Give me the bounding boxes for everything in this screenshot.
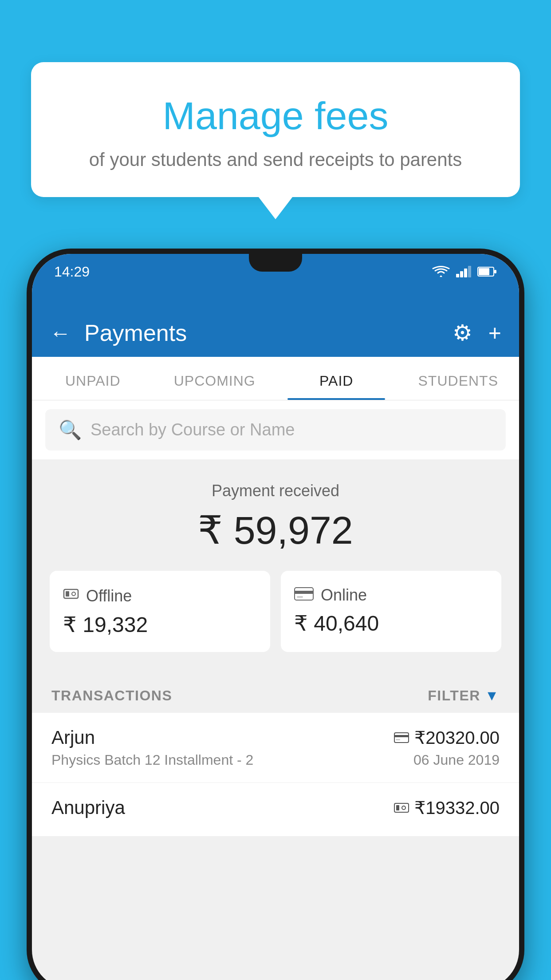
svg-rect-2 (464, 269, 467, 277)
transaction-date: 06 June 2019 (413, 752, 500, 768)
svg-point-9 (72, 592, 75, 596)
search-box[interactable]: 🔍 Search by Course or Name (45, 409, 506, 450)
payment-summary: Payment received ₹ 59,972 (32, 459, 519, 674)
svg-rect-3 (468, 266, 471, 277)
bubble-subtitle: of your students and send receipts to pa… (58, 149, 493, 170)
svg-rect-0 (456, 274, 459, 277)
search-placeholder: Search by Course or Name (91, 420, 295, 439)
transaction-list: Arjun ₹20320.00 Physics Batch 12 Install… (32, 713, 519, 837)
table-row[interactable]: Arjun ₹20320.00 Physics Batch 12 Install… (32, 713, 519, 783)
student-name: Anupriya (51, 797, 125, 818)
svg-rect-11 (295, 591, 313, 594)
transaction-amount: ₹20320.00 (394, 727, 500, 748)
svg-rect-17 (396, 805, 399, 810)
payment-cards: Offline ₹ 19,332 (32, 571, 519, 652)
offline-payment-card: Offline ₹ 19,332 (50, 571, 270, 652)
tab-upcoming[interactable]: UPCOMING (154, 357, 276, 400)
tab-bar: UNPAID UPCOMING PAID STUDENTS (32, 357, 519, 400)
svg-rect-15 (396, 739, 400, 740)
offline-icon (63, 586, 79, 606)
course-info: Physics Batch 12 Installment - 2 (51, 752, 253, 768)
wifi-icon (432, 265, 450, 278)
payment-type-icon (394, 802, 409, 814)
app-header: ← Payments ⚙ + (32, 289, 519, 357)
search-container: 🔍 Search by Course or Name (32, 400, 519, 459)
header-actions: ⚙ + (453, 320, 501, 346)
transaction-amount: ₹19332.00 (394, 798, 500, 818)
table-row[interactable]: Anupriya ₹19332.00 (32, 783, 519, 837)
filter-icon: ▼ (485, 688, 500, 704)
student-name: Arjun (51, 727, 95, 748)
speech-bubble: Manage fees of your students and send re… (31, 62, 520, 197)
svg-rect-1 (460, 271, 463, 277)
settings-button[interactable]: ⚙ (453, 320, 472, 346)
phone-frame: 14:29 (27, 249, 524, 980)
svg-point-18 (402, 806, 405, 810)
phone-notch (249, 254, 302, 272)
transactions-header: TRANSACTIONS FILTER ▼ (32, 674, 519, 713)
svg-rect-6 (494, 270, 496, 273)
add-button[interactable]: + (488, 320, 501, 346)
online-icon (294, 586, 314, 605)
payment-received-label: Payment received (32, 482, 519, 500)
filter-label: FILTER (428, 688, 480, 704)
online-payment-card: Online ₹ 40,640 (281, 571, 501, 652)
status-icons (432, 265, 497, 278)
tab-students[interactable]: STUDENTS (398, 357, 520, 400)
online-amount: ₹ 40,640 (294, 611, 488, 636)
battery-icon (477, 267, 497, 277)
online-type-label: Online (321, 586, 367, 605)
tab-paid[interactable]: PAID (276, 357, 398, 400)
filter-button[interactable]: FILTER ▼ (428, 688, 500, 704)
svg-rect-13 (394, 733, 409, 743)
signal-icon (456, 266, 471, 277)
status-time: 14:29 (54, 264, 90, 280)
phone-screen: 14:29 (32, 254, 519, 980)
page-title: Payments (84, 320, 453, 346)
offline-amount: ₹ 19,332 (63, 612, 257, 637)
svg-rect-5 (479, 268, 489, 275)
tab-unpaid[interactable]: UNPAID (32, 357, 154, 400)
offline-type-label: Offline (86, 587, 132, 605)
svg-rect-12 (297, 596, 303, 598)
search-icon: 🔍 (59, 419, 82, 441)
bubble-title: Manage fees (58, 93, 493, 138)
amount-value: ₹19332.00 (414, 798, 500, 818)
back-button[interactable]: ← (50, 321, 71, 345)
transactions-label: TRANSACTIONS (51, 688, 172, 704)
payment-type-icon (394, 732, 409, 743)
amount-value: ₹20320.00 (414, 727, 500, 748)
svg-rect-14 (394, 735, 409, 737)
payment-total-amount: ₹ 59,972 (32, 507, 519, 553)
svg-rect-8 (66, 591, 69, 597)
